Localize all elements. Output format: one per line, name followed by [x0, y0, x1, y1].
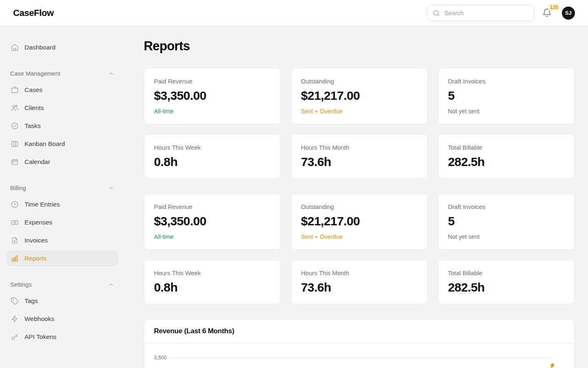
header-actions: 125 SJ	[427, 5, 575, 21]
sidebar-item-clients[interactable]: Clients	[7, 100, 118, 116]
sidebar-item-label: Cases	[24, 86, 42, 94]
zap-icon	[11, 315, 19, 323]
stats-section-2: Paid Revenue $3,350.00 All-time Outstand…	[144, 193, 575, 304]
banknote-icon	[11, 218, 19, 227]
sidebar-item-tasks[interactable]: Tasks	[7, 118, 118, 134]
sidebar-section-settings[interactable]: Settings	[7, 276, 118, 293]
chart-title: Revenue (Last 6 Months)	[154, 327, 565, 335]
stat-value: 0.8h	[154, 155, 271, 169]
key-icon	[11, 333, 19, 341]
sidebar-item-label: Expenses	[24, 219, 52, 226]
chart-card-header: Revenue (Last 6 Months)	[144, 319, 575, 343]
stat-caption: Not yet sent	[448, 108, 565, 114]
sidebar-item-label: Tasks	[24, 122, 41, 130]
notifications-button[interactable]: 125	[542, 8, 552, 18]
chevron-up-icon	[108, 281, 114, 288]
clock-icon	[11, 200, 19, 209]
stat-card-paid-revenue: Paid Revenue $3,350.00 All-time	[144, 193, 281, 250]
check-circle-icon	[11, 122, 19, 130]
sidebar-item-label: Kanban Board	[24, 140, 65, 148]
sidebar-item-label: Reports	[24, 255, 47, 262]
stat-label: Paid Revenue	[154, 203, 271, 210]
stat-value: 0.8h	[154, 280, 271, 294]
stat-value: $3,350.00	[154, 89, 271, 103]
sidebar: Dashboard Case Management Cases Clients …	[0, 26, 124, 368]
stat-value: $3,350.00	[154, 214, 271, 228]
tag-icon	[11, 297, 19, 305]
search-icon	[432, 9, 440, 17]
stat-card-draft-invoices: Draft Invoices 5 Not yet sent	[438, 68, 575, 124]
main-content: Reports Paid Revenue $3,350.00 All-time …	[124, 26, 588, 368]
avatar[interactable]: SJ	[562, 7, 575, 20]
stat-card-outstanding: Outstanding $21,217.00 Sent + Overdue	[291, 68, 428, 124]
stat-label: Total Billable	[448, 269, 565, 276]
section-label: Case Management	[10, 70, 60, 77]
sidebar-item-invoices[interactable]: Invoices	[7, 232, 118, 249]
chevron-up-icon	[108, 70, 114, 77]
sidebar-section-billing[interactable]: Billing	[7, 180, 118, 196]
section-label: Billing	[10, 185, 26, 191]
gridline	[169, 358, 553, 358]
sidebar-item-label: Webhooks	[24, 315, 54, 323]
revenue-chart: 3,500	[144, 343, 575, 368]
stat-value: $21,217.00	[301, 89, 418, 103]
home-icon	[11, 43, 19, 52]
sidebar-item-webhooks[interactable]: Webhooks	[7, 311, 118, 327]
revenue-chart-card: Revenue (Last 6 Months) 3,500	[144, 319, 575, 368]
stat-card-hours-this-month: Hours This Month 73.6h	[291, 134, 428, 179]
sidebar-item-time-entries[interactable]: Time Entries	[7, 196, 118, 213]
chart-grid-row: 3,500	[154, 343, 565, 361]
stat-label: Hours This Month	[301, 269, 418, 276]
top-header: CaseFlow 125 SJ	[0, 0, 588, 26]
stats-section-1: Paid Revenue $3,350.00 All-time Outstand…	[144, 68, 575, 179]
stat-caption: Not yet sent	[448, 233, 565, 240]
sidebar-item-label: Invoices	[24, 237, 48, 244]
stat-card-outstanding: Outstanding $21,217.00 Sent + Overdue	[291, 193, 428, 250]
stat-value: 5	[448, 89, 565, 103]
briefcase-icon	[11, 86, 19, 94]
section-label: Settings	[10, 281, 31, 288]
app-logo[interactable]: CaseFlow	[13, 8, 54, 18]
stat-caption: All-time	[154, 233, 271, 240]
stat-label: Draft Invoices	[448, 78, 565, 85]
app-shell: Dashboard Case Management Cases Clients …	[0, 26, 588, 368]
sidebar-item-dashboard[interactable]: Dashboard	[7, 39, 118, 56]
stat-label: Paid Revenue	[154, 78, 271, 85]
stat-card-hours-this-week: Hours This Week 0.8h	[144, 134, 281, 179]
calendar-icon	[11, 158, 19, 166]
notification-badge: 125	[548, 4, 560, 11]
sidebar-item-reports[interactable]: Reports	[7, 250, 118, 267]
stat-value: 73.6h	[301, 280, 418, 294]
stat-value: 282.5h	[448, 155, 565, 169]
search-input[interactable]	[427, 5, 535, 21]
sidebar-item-cases[interactable]: Cases	[7, 82, 118, 98]
users-icon	[11, 104, 19, 112]
sidebar-item-tags[interactable]: Tags	[7, 293, 118, 309]
sidebar-item-label: Clients	[24, 104, 44, 112]
sidebar-item-label: Time Entries	[24, 201, 60, 208]
file-text-icon	[11, 236, 19, 245]
stat-label: Outstanding	[301, 78, 418, 85]
sidebar-item-expenses[interactable]: Expenses	[7, 214, 118, 231]
stat-card-hours-this-week: Hours This Week 0.8h	[144, 260, 281, 304]
stat-label: Hours This Week	[154, 269, 271, 276]
stat-label: Hours This Week	[154, 144, 271, 151]
stat-row: Paid Revenue $3,350.00 All-time Outstand…	[144, 68, 575, 124]
page-title: Reports	[144, 39, 575, 54]
stat-label: Outstanding	[301, 203, 418, 210]
revenue-line-endpoint	[548, 360, 556, 368]
kanban-icon	[11, 140, 19, 148]
sidebar-item-label: API Tokens	[24, 333, 56, 341]
sidebar-section-case-management[interactable]: Case Management	[7, 65, 118, 82]
y-axis-tick-label: 3,500	[154, 355, 166, 361]
sidebar-item-api-tokens[interactable]: API Tokens	[7, 329, 118, 345]
search-box	[427, 5, 535, 21]
sidebar-item-label: Dashboard	[24, 44, 56, 51]
stat-row: Paid Revenue $3,350.00 All-time Outstand…	[144, 193, 575, 250]
bar-chart-icon	[11, 254, 19, 263]
stat-row: Hours This Week 0.8h Hours This Month 73…	[144, 134, 575, 179]
sidebar-item-kanban-board[interactable]: Kanban Board	[7, 136, 118, 152]
stat-card-total-billable: Total Billable 282.5h	[438, 134, 575, 179]
sidebar-item-calendar[interactable]: Calendar	[7, 154, 118, 170]
stat-row: Hours This Week 0.8h Hours This Month 73…	[144, 260, 575, 304]
